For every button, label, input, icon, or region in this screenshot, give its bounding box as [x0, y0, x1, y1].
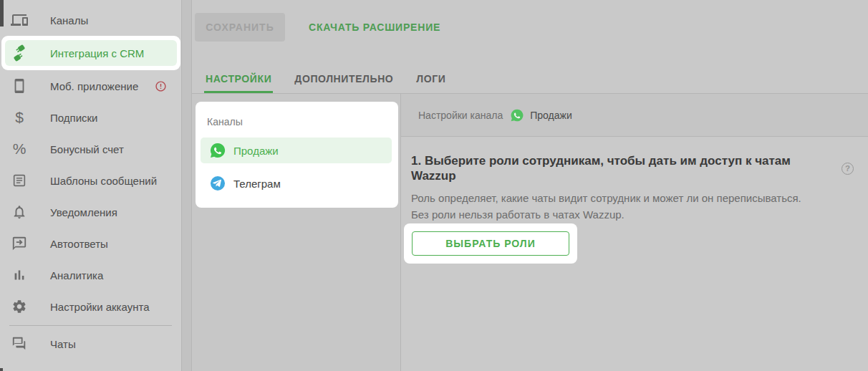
- channel-item-sales[interactable]: Продажи: [201, 138, 392, 163]
- whatsapp-icon: [510, 108, 524, 122]
- toolbar: СОХРАНИТЬ СКАЧАТЬ РАСШИРЕНИЕ НАСТРОЙКИ Д…: [192, 0, 868, 94]
- tab-additional[interactable]: ДОПОЛНИТЕЛЬНО: [293, 73, 395, 93]
- sidebar: Каналы Интеграция с CRM Моб. приложение …: [0, 0, 181, 371]
- sidebar-item-account-settings[interactable]: Настройки аккаунта: [0, 291, 181, 322]
- choose-roles-spotlight: ВЫБРАТЬ РОЛИ: [404, 223, 577, 264]
- step-title-text: 1. Выберите роли сотрудникам, чтобы дать…: [411, 153, 834, 183]
- sidebar-item-auto-replies[interactable]: Автоответы: [0, 228, 181, 259]
- sidebar-item-label: Шаблоны сообщений: [50, 175, 157, 187]
- sidebar-item-crm-integration[interactable]: Интеграция с CRM: [5, 40, 177, 66]
- warning-icon: [155, 80, 167, 92]
- wazzup-app: Каналы Интеграция с CRM Моб. приложение …: [0, 0, 868, 371]
- main-area: СОХРАНИТЬ СКАЧАТЬ РАСШИРЕНИЕ НАСТРОЙКИ Д…: [192, 0, 868, 371]
- bell-icon: [10, 203, 29, 221]
- sidebar-item-chats[interactable]: Чаты: [0, 328, 181, 360]
- sidebar-item-label: Настройки аккаунта: [50, 301, 150, 313]
- sidebar-item-label: Аналитика: [50, 269, 103, 281]
- smartphone-icon: [10, 77, 29, 95]
- channels-panel-spotlight: Каналы Продажи Телеграм: [196, 102, 398, 208]
- channels-column: Каналы Продажи Телеграм: [192, 94, 401, 371]
- sidebar-divider: [9, 325, 172, 326]
- left-scrollbar-end: [0, 368, 3, 371]
- step-title: 1. Выберите роли сотрудникам, чтобы дать…: [411, 153, 854, 183]
- channel-settings-panel: Настройки канала Продажи 1. Выберите рол…: [401, 94, 868, 371]
- sidebar-item-analytics[interactable]: Аналитика: [0, 259, 181, 291]
- sidebar-item-mobile-app[interactable]: Моб. приложение: [0, 70, 181, 102]
- step-section: 1. Выберите роли сотрудникам, чтобы дать…: [401, 137, 868, 264]
- sidebar-item-bonus-account[interactable]: % Бонусный счет: [0, 133, 181, 165]
- channel-settings-header: Настройки канала Продажи: [401, 94, 868, 137]
- percent-icon: %: [10, 140, 29, 158]
- channel-name: Продажи: [233, 145, 279, 157]
- sidebar-item-channels[interactable]: Каналы: [0, 4, 181, 36]
- sidebar-item-label: Моб. приложение: [50, 80, 138, 92]
- tab-settings[interactable]: НАСТРОЙКИ: [204, 73, 273, 93]
- channel-name: Телеграм: [233, 178, 281, 190]
- step-description-line2: Без роли нельзя работать в чатах Wazzup.: [411, 206, 854, 223]
- sidebar-item-label: Бонусный счет: [50, 143, 124, 155]
- gear-icon: [10, 298, 29, 315]
- analytics-icon: [10, 266, 29, 284]
- help-icon[interactable]: ?: [842, 163, 854, 175]
- sidebar-item-label: Интеграция с CRM: [50, 47, 144, 59]
- telegram-icon: [209, 175, 226, 192]
- tab-logs[interactable]: ЛОГИ: [415, 73, 447, 93]
- sidebar-item-label: Чаты: [50, 338, 76, 350]
- channels-panel-title: Каналы: [196, 102, 398, 127]
- channel-item-telegram[interactable]: Телеграм: [201, 170, 392, 196]
- sidebar-item-label: Автоответы: [50, 238, 108, 250]
- chats-icon: [10, 335, 29, 352]
- sidebar-item-label: Подписки: [50, 112, 98, 124]
- sidebar-item-label: Уведомления: [50, 206, 117, 218]
- sidebar-item-subscriptions[interactable]: $ Подписки: [0, 102, 181, 133]
- tab-bar: НАСТРОЙКИ ДОПОЛНИТЕЛЬНО ЛОГИ: [204, 73, 447, 93]
- plug-icon: [10, 44, 29, 62]
- sidebar-item-label: Каналы: [50, 14, 88, 26]
- devices-icon: [10, 11, 29, 29]
- channel-settings-channel-name: Продажи: [530, 110, 572, 121]
- sidebar-item-message-templates[interactable]: Шаблоны сообщений: [0, 165, 181, 196]
- template-icon: [10, 172, 29, 189]
- content-area: Каналы Продажи Телеграм: [192, 94, 868, 371]
- download-extension-button[interactable]: СКАЧАТЬ РАСШИРЕНИЕ: [304, 13, 445, 42]
- auto-reply-icon: [10, 235, 29, 252]
- channel-settings-header-label: Настройки канала: [418, 110, 503, 121]
- dollar-icon: $: [10, 109, 29, 126]
- sidebar-item-notifications[interactable]: Уведомления: [0, 196, 181, 228]
- step-description: Роль определяет, какие чаты видит сотруд…: [411, 190, 854, 223]
- whatsapp-icon: [209, 142, 226, 159]
- sidebar-scrollbar-track[interactable]: [181, 0, 192, 371]
- choose-roles-button[interactable]: ВЫБРАТЬ РОЛИ: [412, 231, 569, 256]
- save-button[interactable]: СОХРАНИТЬ: [195, 13, 285, 42]
- left-scrollbar-thumb[interactable]: [0, 0, 4, 26]
- step-description-line1: Роль определяет, какие чаты видит сотруд…: [411, 190, 854, 206]
- crm-spotlight: Интеграция с CRM: [1, 36, 180, 70]
